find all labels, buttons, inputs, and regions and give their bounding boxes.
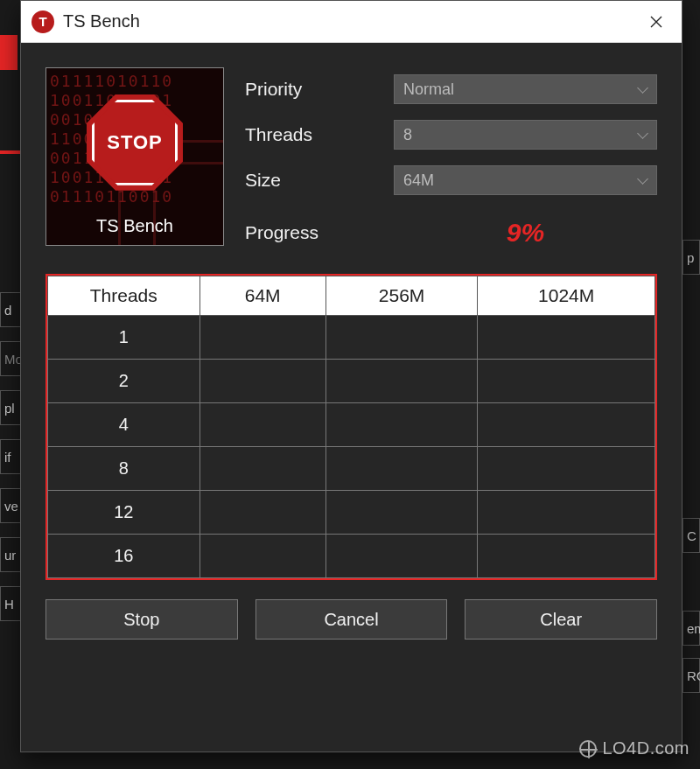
cell-64m xyxy=(200,316,326,360)
cell-1024m xyxy=(478,447,655,491)
bg-label: p xyxy=(682,240,700,275)
ts-bench-dialog: T TS Bench 01111010110 10011010001 00101… xyxy=(20,0,682,752)
cell-256m xyxy=(326,535,477,578)
app-logo: 01111010110 10011010001 00101101011 1100… xyxy=(46,67,224,246)
close-icon xyxy=(650,16,662,28)
cell-1024m xyxy=(478,535,655,578)
bg-label: if xyxy=(0,439,21,474)
cell-threads: 2 xyxy=(48,360,200,403)
cell-256m xyxy=(326,316,477,360)
cell-1024m xyxy=(478,491,655,535)
logo-caption: TS Bench xyxy=(46,216,223,236)
cell-256m xyxy=(326,447,477,491)
chevron-down-icon xyxy=(637,129,648,140)
cell-threads: 1 xyxy=(48,316,200,360)
cell-256m xyxy=(326,491,477,535)
bg-label: ur xyxy=(0,537,21,572)
cell-64m xyxy=(200,360,326,403)
close-button[interactable] xyxy=(631,1,682,43)
cell-256m xyxy=(326,403,477,447)
threads-select[interactable]: 8 xyxy=(394,120,657,150)
cell-256m xyxy=(326,360,477,403)
cancel-button[interactable]: Cancel xyxy=(256,599,448,640)
bg-label: Mo xyxy=(0,341,21,376)
cell-threads: 12 xyxy=(48,491,200,535)
size-label: Size xyxy=(245,170,394,191)
chevron-down-icon xyxy=(637,84,648,94)
table-row: 2 xyxy=(48,360,655,403)
cell-threads: 8 xyxy=(48,447,200,491)
table-row: 4 xyxy=(48,403,655,447)
app-icon: T xyxy=(32,10,54,33)
priority-label: Priority xyxy=(245,79,394,100)
stop-icon: STOP xyxy=(87,94,183,191)
table-row: 8 xyxy=(48,447,655,491)
bg-label: ve xyxy=(0,488,21,523)
results-table: Threads 64M 256M 1024M 1 2 xyxy=(47,276,655,578)
priority-value: Normal xyxy=(403,80,454,99)
col-64m: 64M xyxy=(200,276,326,316)
bg-label: d xyxy=(0,292,21,327)
titlebar: T TS Bench xyxy=(21,1,682,43)
col-1024m: 1024M xyxy=(478,276,655,316)
col-threads: Threads xyxy=(48,276,200,316)
bg-label: C xyxy=(682,518,700,553)
size-select[interactable]: 64M xyxy=(394,165,657,195)
size-value: 64M xyxy=(403,171,434,190)
cell-64m xyxy=(200,535,326,578)
watermark: LO4D.com xyxy=(579,738,690,759)
progress-label: Progress xyxy=(245,222,394,243)
cell-1024m xyxy=(478,360,655,403)
bg-label: H xyxy=(0,586,21,621)
stop-button[interactable]: Stop xyxy=(46,599,238,640)
bg-label: RC xyxy=(682,658,700,693)
results-table-wrap: Threads 64M 256M 1024M 1 2 xyxy=(46,274,657,580)
cell-1024m xyxy=(478,403,655,447)
window-title: TS Bench xyxy=(63,11,631,31)
table-row: 1 xyxy=(48,316,655,360)
cell-1024m xyxy=(478,316,655,360)
priority-select[interactable]: Normal xyxy=(394,74,657,104)
globe-icon xyxy=(579,740,597,758)
cell-64m xyxy=(200,447,326,491)
cell-64m xyxy=(200,403,326,447)
col-256m: 256M xyxy=(326,276,477,316)
clear-button[interactable]: Clear xyxy=(465,599,657,640)
cell-threads: 4 xyxy=(48,403,200,447)
progress-value: 9% xyxy=(394,218,657,248)
bg-label: pl xyxy=(0,390,21,425)
cell-64m xyxy=(200,491,326,535)
table-row: 16 xyxy=(48,535,655,578)
threads-value: 8 xyxy=(403,126,412,144)
table-row: 12 xyxy=(48,491,655,535)
chevron-down-icon xyxy=(637,175,648,185)
cell-threads: 16 xyxy=(48,535,200,578)
bg-label: em xyxy=(682,611,700,646)
threads-label: Threads xyxy=(245,124,394,145)
